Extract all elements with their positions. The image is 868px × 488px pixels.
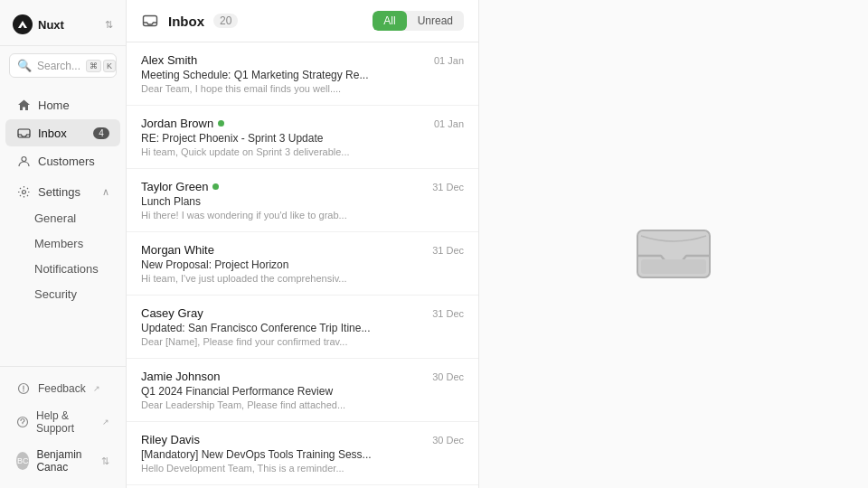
sidebar-item-general[interactable]: General <box>5 206 120 230</box>
filter-unread-button[interactable]: Unread <box>407 11 464 31</box>
sidebar-nav: Home Inbox 4 Customers <box>0 85 126 366</box>
sidebar: Nuxt ⇅ 🔍 Search... ⌘ K Home <box>0 0 127 488</box>
sidebar-item-security[interactable]: Security <box>5 282 120 306</box>
online-indicator <box>218 120 224 127</box>
svg-point-2 <box>22 190 25 193</box>
search-placeholder: Search... <box>37 60 80 72</box>
email-subject: Q1 2024 Financial Performance Review <box>141 385 464 398</box>
email-list-panel: Inbox 20 All Unread Alex Smith 01 Jan Me… <box>127 0 479 488</box>
email-sender: Riley Davis <box>141 433 200 446</box>
feedback-item[interactable]: Feedback ↗ <box>5 375 120 402</box>
filter-all-button[interactable]: All <box>373 11 406 31</box>
email-sender: Alex Smith <box>141 53 197 67</box>
email-list-item[interactable]: Alex Smith 01 Jan Meeting Schedule: Q1 M… <box>127 42 478 106</box>
user-chevron-icon: ⇅ <box>101 455 109 467</box>
external-link-icon: ↗ <box>93 384 100 393</box>
filter-buttons: All Unread <box>373 11 464 31</box>
app-name: Nuxt <box>38 18 64 32</box>
sidebar-item-inbox-label: Inbox <box>38 127 67 140</box>
feedback-icon <box>16 381 31 396</box>
email-subject: Lunch Plans <box>141 195 464 208</box>
home-icon <box>16 98 31 112</box>
help-label: Help & Support <box>36 409 95 435</box>
search-key-k: K <box>103 60 116 72</box>
online-indicator <box>212 183 219 190</box>
email-sender: Jordan Brown <box>141 117 224 130</box>
help-icon <box>16 415 29 429</box>
sidebar-item-inbox[interactable]: Inbox 4 <box>5 119 120 146</box>
email-date: 01 Jan <box>434 55 464 66</box>
email-preview: Hi team, Quick update on Sprint 3 delive… <box>141 146 464 157</box>
email-sender: Jamie Johnson <box>141 370 220 383</box>
email-list-item[interactable]: Riley Davis 30 Dec [Mandatory] New DevOp… <box>127 422 478 485</box>
email-sender: Casey Gray <box>141 306 203 320</box>
search-key-cmd: ⌘ <box>86 60 101 72</box>
sidebar-item-customers-label: Customers <box>38 155 95 168</box>
email-list-item[interactable]: Jordan Brown 01 Jan RE: Project Phoenix … <box>127 106 478 169</box>
email-list-header: Inbox 20 All Unread <box>127 0 478 42</box>
email-date: 30 Dec <box>432 435 464 446</box>
svg-point-5 <box>23 425 24 426</box>
external-link-icon2: ↗ <box>102 418 109 427</box>
sidebar-item-security-label: Security <box>34 287 77 301</box>
sidebar-item-notifications-label: Notifications <box>34 262 99 276</box>
email-preview: Dear Leadership Team, Please find attach… <box>141 399 464 410</box>
app-title[interactable]: Nuxt ⇅ <box>9 11 117 38</box>
email-subject: [Mandatory] New DevOps Tools Training Se… <box>141 448 464 461</box>
inbox-title: Inbox <box>168 14 204 29</box>
inbox-header-icon <box>141 12 159 30</box>
email-list: Alex Smith 01 Jan Meeting Schedule: Q1 M… <box>127 42 478 488</box>
settings-section: Settings ∧ General Members Notifications… <box>0 175 126 309</box>
inbox-count: 20 <box>213 14 238 28</box>
inbox-badge: 4 <box>93 127 109 139</box>
svg-rect-9 <box>641 259 706 274</box>
user-profile[interactable]: BC Benjamin Canac ⇅ <box>5 442 120 480</box>
search-shortcut: ⌘ K <box>86 60 116 72</box>
user-name: Benjamin Canac <box>36 448 94 474</box>
chevron-up-icon: ∧ <box>102 186 109 198</box>
svg-point-1 <box>22 156 26 161</box>
sidebar-item-home[interactable]: Home <box>5 91 120 118</box>
email-preview: Hello Development Team, This is a remind… <box>141 463 464 474</box>
email-subject: Updated: San Francisco Conference Trip I… <box>141 322 464 334</box>
email-preview: Dear [Name], Please find your confirmed … <box>141 336 464 347</box>
email-preview: Hi team, I've just uploaded the comprehe… <box>141 273 464 284</box>
inbox-nav-icon <box>16 126 31 140</box>
email-date: 30 Dec <box>432 371 464 382</box>
sidebar-bottom: Feedback ↗ Help & Support ↗ BC Benjamin … <box>0 366 126 488</box>
email-subject: Meeting Schedule: Q1 Marketing Strategy … <box>141 69 464 81</box>
email-sender: Taylor Green <box>141 180 219 193</box>
email-preview: Hi there! I was wondering if you'd like … <box>141 210 464 221</box>
customers-icon <box>16 154 31 168</box>
email-preview: Dear Team, I hope this email finds you w… <box>141 83 464 94</box>
sidebar-item-members[interactable]: Members <box>5 231 120 256</box>
email-list-item[interactable]: Taylor Green 31 Dec Lunch Plans Hi there… <box>127 169 478 232</box>
settings-icon <box>16 184 31 199</box>
email-date: 31 Dec <box>432 308 464 319</box>
email-list-item[interactable]: Casey Gray 31 Dec Updated: San Francisco… <box>127 296 478 359</box>
sidebar-item-notifications[interactable]: Notifications <box>5 257 120 281</box>
sidebar-item-members-label: Members <box>34 237 83 250</box>
sidebar-item-home-label: Home <box>38 99 70 112</box>
email-sender: Morgan White <box>141 243 214 257</box>
sidebar-item-settings[interactable]: Settings ∧ <box>5 178 120 205</box>
app-logo <box>13 14 33 34</box>
inbox-illustration <box>628 203 719 285</box>
feedback-label: Feedback <box>38 382 86 395</box>
email-list-item[interactable]: Morgan White 31 Dec New Proposal: Projec… <box>127 232 478 296</box>
email-subject: New Proposal: Project Horizon <box>141 258 464 271</box>
email-date: 31 Dec <box>432 182 464 192</box>
email-date: 01 Jan <box>434 118 464 129</box>
help-item[interactable]: Help & Support ↗ <box>5 403 120 441</box>
email-detail-panel <box>479 0 868 488</box>
sidebar-item-settings-label: Settings <box>38 185 80 199</box>
email-list-item[interactable]: Jamie Johnson 30 Dec Q1 2024 Financial P… <box>127 359 478 422</box>
sidebar-item-customers[interactable]: Customers <box>5 147 120 174</box>
sidebar-header: Nuxt ⇅ <box>0 0 126 46</box>
sidebar-item-general-label: General <box>34 211 76 225</box>
search-bar[interactable]: 🔍 Search... ⌘ K <box>9 53 117 78</box>
email-subject: RE: Project Phoenix - Sprint 3 Update <box>141 132 464 145</box>
avatar: BC <box>16 452 29 470</box>
search-icon: 🔍 <box>17 59 32 72</box>
chevron-updown-icon: ⇅ <box>105 19 113 31</box>
